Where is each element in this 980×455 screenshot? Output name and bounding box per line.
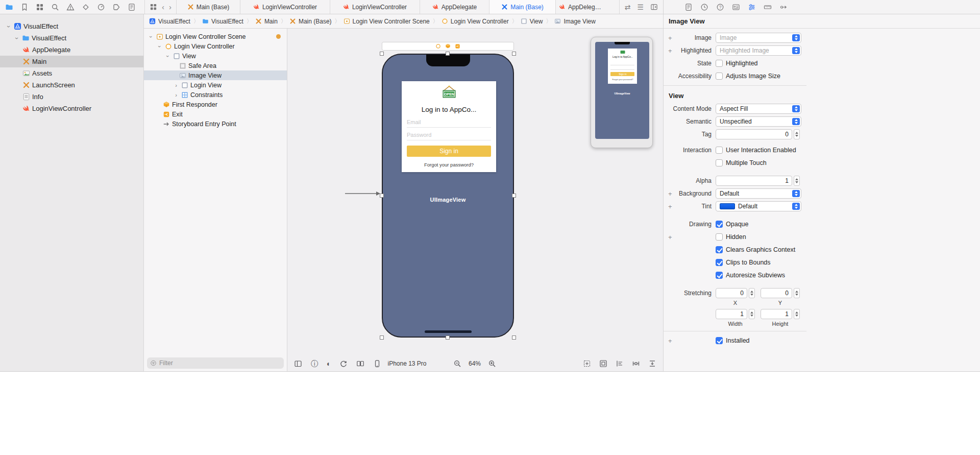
jumpbar-item[interactable]: Image View bbox=[554, 18, 595, 25]
content-mode-popup[interactable]: Aspect Fill bbox=[716, 104, 801, 114]
disclosure-triangle[interactable]: › bbox=[157, 43, 163, 50]
highlighted-image-combo[interactable]: Highlighted Image bbox=[716, 45, 801, 56]
add-editor-icon[interactable] bbox=[650, 3, 658, 11]
identity-inspector-icon[interactable] bbox=[732, 3, 740, 11]
login-title[interactable]: Log in to AppCo... bbox=[402, 106, 496, 113]
editor-tab[interactable]: AppDelegate bbox=[555, 0, 606, 14]
add-constraints-icon[interactable] bbox=[632, 360, 640, 368]
navigator-item-appdelegate[interactable]: AppDelegate bbox=[0, 44, 143, 56]
view-controller-icon[interactable] bbox=[435, 43, 441, 49]
navigator-item-group[interactable]: ›VisualEffect bbox=[0, 32, 143, 44]
filter-input[interactable] bbox=[159, 360, 281, 367]
outline-item-exit[interactable]: Exit bbox=[144, 109, 287, 119]
storyboard-canvas[interactable]: OPEN Log in to AppCo... Email Password S… bbox=[287, 29, 663, 372]
clears-graphics-context-checkbox[interactable] bbox=[716, 246, 723, 253]
outline-toggle-icon[interactable] bbox=[294, 360, 302, 368]
file-inspector-icon[interactable] bbox=[684, 3, 693, 11]
selection-handle[interactable] bbox=[380, 52, 384, 56]
editor-tab[interactable]: Main (Base) bbox=[176, 0, 240, 14]
appearance-icon[interactable]: ◐ bbox=[327, 360, 331, 367]
forgot-password-link[interactable]: Forgot your password? bbox=[402, 162, 496, 167]
selection-handle[interactable] bbox=[512, 52, 516, 56]
size-inspector-icon[interactable] bbox=[764, 3, 772, 11]
reports-icon[interactable] bbox=[128, 3, 136, 11]
combo-stepper-icon[interactable] bbox=[792, 47, 800, 54]
stretching-x-field[interactable]: 0 bbox=[716, 288, 747, 298]
installed-checkbox[interactable] bbox=[716, 337, 723, 344]
device-preview-thumbnail[interactable]: Log in to AppCo... Sign in Forgot your p… bbox=[591, 37, 653, 148]
selection-handle[interactable] bbox=[380, 336, 384, 340]
search-icon[interactable] bbox=[51, 3, 59, 11]
editor-options-icon[interactable]: ☰ bbox=[637, 3, 644, 11]
user-interaction-checkbox[interactable] bbox=[716, 147, 723, 154]
editor-tab[interactable]: LoginViewController bbox=[330, 0, 420, 14]
navigator-item-assets[interactable]: Assets bbox=[0, 67, 143, 79]
navigator-item-loginviewcontroller[interactable]: LoginViewController bbox=[0, 103, 143, 114]
exit-icon[interactable] bbox=[455, 43, 460, 49]
tab-overview-icon[interactable] bbox=[150, 3, 157, 11]
popup-chevrons-icon[interactable] bbox=[792, 118, 800, 125]
add-variation-button[interactable]: + bbox=[668, 338, 672, 344]
issues-icon[interactable] bbox=[66, 3, 75, 11]
outline-item-safe-area[interactable]: Safe Area bbox=[144, 61, 287, 70]
navigator-item-project[interactable]: ›VisualEffect bbox=[0, 20, 143, 32]
stretching-x-stepper[interactable] bbox=[749, 288, 755, 298]
editor-swap-icon[interactable]: ⇄ bbox=[625, 3, 631, 11]
hidden-checkbox[interactable] bbox=[716, 233, 723, 241]
adjust-editor-icon[interactable]: ⓘ bbox=[311, 360, 318, 367]
history-inspector-icon[interactable] bbox=[700, 3, 708, 11]
forward-icon[interactable]: › bbox=[169, 3, 172, 11]
scene-dock[interactable] bbox=[382, 42, 514, 51]
editor-tab[interactable]: LoginViewController bbox=[240, 0, 330, 14]
attributes-inspector-icon[interactable] bbox=[748, 3, 756, 11]
disclosure-triangle[interactable]: › bbox=[173, 92, 179, 98]
resolve-auto-layout-icon[interactable] bbox=[648, 360, 656, 368]
selection-handle[interactable] bbox=[446, 336, 450, 340]
image-view-placeholder-label[interactable]: UIImageView bbox=[383, 197, 513, 203]
breakpoints-icon[interactable] bbox=[112, 3, 120, 11]
stretching-y-stepper[interactable] bbox=[794, 288, 800, 298]
background-popup[interactable]: Default bbox=[716, 188, 801, 199]
combo-stepper-icon[interactable] bbox=[792, 34, 800, 41]
selection-handle[interactable] bbox=[512, 336, 516, 340]
first-responder-icon[interactable] bbox=[445, 43, 451, 49]
clips-to-bounds-checkbox[interactable] bbox=[716, 259, 723, 266]
update-frames-icon[interactable] bbox=[583, 360, 591, 368]
editor-tab[interactable]: AppDelegate bbox=[420, 0, 489, 14]
add-variation-button[interactable]: + bbox=[668, 190, 672, 197]
jumpbar-item[interactable]: Main (Base) bbox=[289, 18, 332, 25]
device-selector[interactable]: iPhone 13 Pro bbox=[387, 360, 426, 367]
add-variation-button[interactable]: + bbox=[668, 203, 672, 210]
zoom-out-icon[interactable] bbox=[453, 360, 461, 368]
stretching-height-stepper[interactable] bbox=[794, 309, 800, 319]
image-combo[interactable]: Image bbox=[716, 33, 801, 43]
tag-stepper[interactable] bbox=[794, 129, 800, 139]
disclosure-triangle[interactable]: › bbox=[5, 23, 12, 30]
jumpbar-item[interactable]: VisualEffect bbox=[202, 18, 243, 25]
tint-popup[interactable]: Default bbox=[716, 201, 801, 211]
device-icon[interactable] bbox=[373, 360, 381, 368]
navigator-item-info[interactable]: Info bbox=[0, 91, 143, 103]
iphone-canvas-device[interactable]: OPEN Log in to AppCo... Email Password S… bbox=[382, 54, 514, 338]
split-view-icon[interactable] bbox=[356, 360, 364, 368]
outline-item-image-view[interactable]: Image View bbox=[144, 70, 287, 80]
add-variation-button[interactable]: + bbox=[668, 35, 672, 41]
outline-item-view[interactable]: ›View bbox=[144, 51, 287, 61]
jumpbar-item[interactable]: View bbox=[521, 18, 543, 25]
stretching-height-field[interactable]: 1 bbox=[761, 309, 792, 319]
login-card[interactable]: OPEN Log in to AppCo... Email Password S… bbox=[402, 81, 496, 172]
navigator-item-main[interactable]: Main bbox=[0, 56, 143, 67]
project-navigator-icon[interactable] bbox=[5, 3, 13, 11]
zoom-level[interactable]: 64% bbox=[469, 360, 481, 367]
embed-icon[interactable] bbox=[599, 360, 607, 368]
orientation-icon[interactable] bbox=[339, 360, 348, 368]
bookmarks-icon[interactable] bbox=[20, 3, 29, 11]
disclosure-triangle[interactable]: › bbox=[13, 35, 20, 41]
sign-in-button[interactable]: Sign in bbox=[407, 146, 491, 157]
alpha-stepper[interactable] bbox=[794, 176, 800, 186]
jumpbar-item[interactable]: Login View Controller Scene bbox=[344, 18, 430, 25]
disclosure-triangle[interactable]: › bbox=[173, 82, 179, 88]
disclosure-triangle[interactable]: › bbox=[165, 53, 171, 59]
popup-chevrons-icon[interactable] bbox=[792, 203, 800, 210]
popup-chevrons-icon[interactable] bbox=[792, 190, 800, 197]
